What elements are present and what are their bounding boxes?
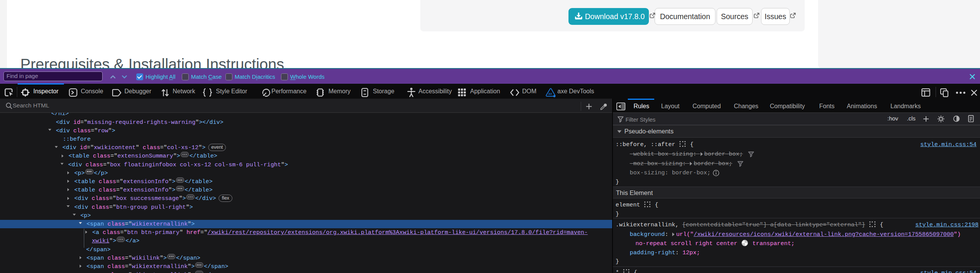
- svg-text:ax: ax: [548, 91, 552, 96]
